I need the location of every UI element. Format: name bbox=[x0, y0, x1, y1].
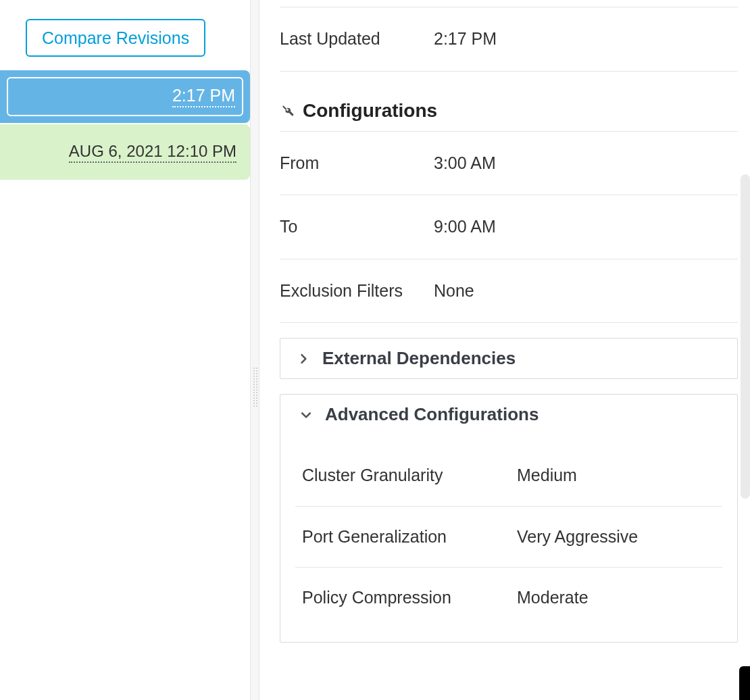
revision-sidebar: Compare Revisions 2:17 PM AUG 6, 2021 12… bbox=[0, 0, 250, 700]
advanced-config-row: Policy Compression Moderate bbox=[295, 568, 722, 628]
advanced-config-row: Cluster Granularity Medium bbox=[295, 445, 722, 507]
scrollbar[interactable] bbox=[741, 174, 750, 499]
row-value: 2:17 PM bbox=[434, 26, 497, 52]
config-row-from: From 3:00 AM bbox=[280, 132, 738, 195]
row-value: Moderate bbox=[517, 585, 589, 611]
row-value: Medium bbox=[517, 463, 577, 489]
compare-revisions-button[interactable]: Compare Revisions bbox=[26, 19, 205, 57]
revision-timestamp: AUG 6, 2021 12:10 PM bbox=[69, 142, 236, 163]
configurations-header: Configurations bbox=[280, 88, 738, 132]
panel-title: External Dependencies bbox=[322, 348, 516, 369]
row-label: To bbox=[280, 214, 434, 240]
compare-revisions-label: Compare Revisions bbox=[42, 28, 189, 48]
section-title: Configurations bbox=[303, 100, 437, 122]
row-value: 9:00 AM bbox=[434, 214, 496, 240]
pane-divider[interactable] bbox=[250, 0, 259, 700]
revision-item[interactable]: AUG 6, 2021 12:10 PM bbox=[0, 124, 250, 180]
config-row-to: To 9:00 AM bbox=[280, 195, 738, 259]
row-value: Very Aggressive bbox=[517, 524, 638, 550]
chevron-right-icon bbox=[297, 352, 310, 366]
advanced-configurations-toggle[interactable]: Advanced Configurations bbox=[280, 395, 737, 445]
advanced-config-row: Port Generalization Very Aggressive bbox=[295, 507, 722, 568]
row-value: None bbox=[434, 278, 474, 304]
external-dependencies-panel: External Dependencies bbox=[280, 338, 738, 379]
external-dependencies-toggle[interactable]: External Dependencies bbox=[280, 339, 737, 378]
row-label: Policy Compression bbox=[302, 585, 517, 611]
revision-item-inner: 2:17 PM bbox=[7, 77, 243, 116]
row-label: Exclusion Filters bbox=[280, 278, 434, 304]
detail-row-last-updated: Last Updated 2:17 PM bbox=[280, 7, 738, 71]
row-label: Port Generalization bbox=[302, 524, 517, 550]
advanced-config-rows: Cluster Granularity Medium Port Generali… bbox=[280, 445, 737, 628]
advanced-configurations-panel: Advanced Configurations Cluster Granular… bbox=[280, 394, 738, 643]
tools-icon bbox=[280, 103, 296, 119]
chevron-down-icon bbox=[299, 408, 313, 422]
row-value: 3:00 AM bbox=[434, 151, 496, 176]
window-corner bbox=[739, 666, 750, 700]
revision-item-selected[interactable]: 2:17 PM bbox=[0, 70, 250, 123]
row-label: From bbox=[280, 151, 434, 176]
row-label: Last Updated bbox=[280, 26, 434, 52]
revision-list: 2:17 PM AUG 6, 2021 12:10 PM bbox=[0, 70, 250, 180]
main-content: Last Updated 2:17 PM Configurations From… bbox=[259, 0, 750, 700]
config-row-exclusion-filters: Exclusion Filters None bbox=[280, 259, 738, 323]
panel-title: Advanced Configurations bbox=[325, 404, 539, 425]
revision-timestamp: 2:17 PM bbox=[172, 86, 235, 107]
row-label: Cluster Granularity bbox=[302, 463, 517, 489]
